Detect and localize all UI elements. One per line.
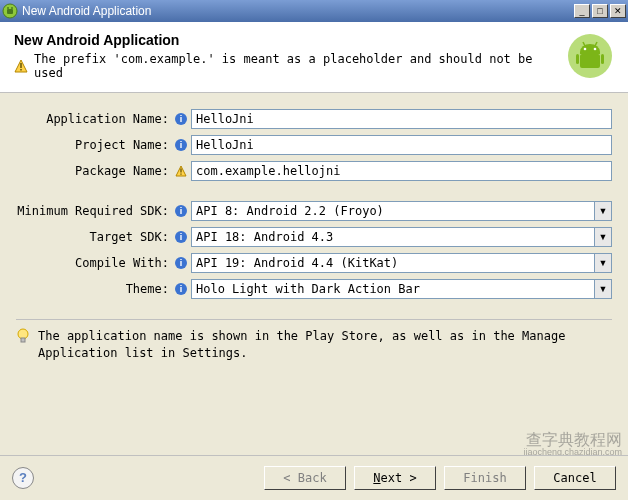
theme-value: Holo Light with Dark Action Bar <box>191 279 594 299</box>
info-icon[interactable]: i <box>175 257 187 269</box>
info-icon[interactable]: i <box>175 231 187 243</box>
svg-rect-8 <box>580 54 600 68</box>
info-icon[interactable]: i <box>175 113 187 125</box>
info-icon[interactable]: i <box>175 283 187 295</box>
svg-point-11 <box>584 48 587 51</box>
warning-text: The prefix 'com.example.' is meant as a … <box>34 52 556 80</box>
target-sdk-label: Target SDK: <box>16 230 171 244</box>
window-title: New Android Application <box>22 4 572 18</box>
maximize-button[interactable]: □ <box>592 4 608 18</box>
svg-rect-17 <box>180 174 181 175</box>
chevron-down-icon[interactable]: ▼ <box>594 201 612 221</box>
chevron-down-icon[interactable]: ▼ <box>594 253 612 273</box>
title-bar: New Android Application _ □ ✕ <box>0 0 628 22</box>
watermark: 查字典教程网 jiaocheng.chazidian.com <box>523 431 622 458</box>
package-name-field[interactable] <box>191 161 612 181</box>
next-button[interactable]: Next > <box>354 466 436 490</box>
project-name-field[interactable] <box>191 135 612 155</box>
lightbulb-icon <box>16 328 30 346</box>
chevron-down-icon[interactable]: ▼ <box>594 227 612 247</box>
compile-with-value: API 19: Android 4.4 (KitKat) <box>191 253 594 273</box>
watermark-main: 查字典教程网 <box>523 431 622 449</box>
wizard-button-bar: ? < Back Next > Finish Cancel <box>0 455 628 500</box>
warning-icon <box>14 59 28 73</box>
theme-label: Theme: <box>16 282 171 296</box>
svg-point-3 <box>11 7 13 9</box>
theme-combo[interactable]: Holo Light with Dark Action Bar ▼ <box>191 279 612 299</box>
close-button[interactable]: ✕ <box>610 4 626 18</box>
warning-icon[interactable] <box>175 165 187 177</box>
target-sdk-value: API 18: Android 4.3 <box>191 227 594 247</box>
description-text: The application name is shown in the Pla… <box>38 328 612 362</box>
application-name-label: Application Name: <box>16 112 171 126</box>
cancel-button[interactable]: Cancel <box>534 466 616 490</box>
svg-rect-19 <box>21 338 25 342</box>
chevron-down-icon[interactable]: ▼ <box>594 279 612 299</box>
target-sdk-combo[interactable]: API 18: Android 4.3 ▼ <box>191 227 612 247</box>
svg-rect-5 <box>20 63 21 68</box>
package-name-label: Package Name: <box>16 164 171 178</box>
minimize-button[interactable]: _ <box>574 4 590 18</box>
back-button[interactable]: < Back <box>264 466 346 490</box>
page-title: New Android Application <box>14 32 556 48</box>
description-area: The application name is shown in the Pla… <box>16 319 612 362</box>
compile-with-combo[interactable]: API 19: Android 4.4 (KitKat) ▼ <box>191 253 612 273</box>
min-sdk-value: API 8: Android 2.2 (Froyo) <box>191 201 594 221</box>
svg-point-2 <box>7 7 9 9</box>
compile-with-label: Compile With: <box>16 256 171 270</box>
svg-point-12 <box>594 48 597 51</box>
help-button[interactable]: ? <box>12 467 34 489</box>
form-area: Application Name: i Project Name: i Pack… <box>0 93 628 313</box>
min-sdk-combo[interactable]: API 8: Android 2.2 (Froyo) ▼ <box>191 201 612 221</box>
finish-button[interactable]: Finish <box>444 466 526 490</box>
svg-rect-16 <box>180 169 181 173</box>
android-wizard-icon <box>2 3 18 19</box>
info-icon[interactable]: i <box>175 205 187 217</box>
wizard-banner: New Android Application The prefix 'com.… <box>0 22 628 93</box>
svg-rect-6 <box>20 69 21 71</box>
project-name-label: Project Name: <box>16 138 171 152</box>
svg-rect-1 <box>7 9 13 14</box>
svg-rect-10 <box>601 54 604 64</box>
android-logo-icon <box>566 32 614 80</box>
min-sdk-label: Minimum Required SDK: <box>16 204 171 218</box>
svg-rect-9 <box>576 54 579 64</box>
info-icon[interactable]: i <box>175 139 187 151</box>
application-name-field[interactable] <box>191 109 612 129</box>
